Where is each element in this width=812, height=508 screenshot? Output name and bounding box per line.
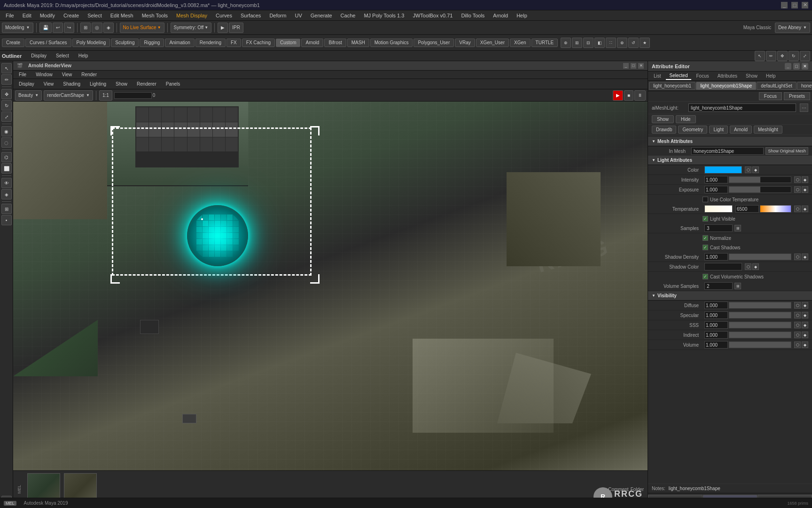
shelf-icon-1[interactable]: ⊕: [561, 38, 571, 48]
select-tool[interactable]: ↖: [1, 63, 12, 73]
shelf-icon-8[interactable]: ★: [640, 38, 650, 48]
soft-mod-tool[interactable]: ◉: [1, 126, 12, 136]
shelf-bifrost-tab[interactable]: Bifrost: [324, 39, 346, 47]
menu-help[interactable]: Help: [513, 12, 531, 19]
sss-connect[interactable]: ⬡: [794, 322, 801, 328]
render-close[interactable]: ✕: [638, 63, 644, 69]
ae-close[interactable]: ✕: [802, 63, 808, 70]
specular-input[interactable]: [704, 311, 728, 319]
shelf-turtle-tab[interactable]: TURTLE: [531, 39, 558, 47]
inmesh-input[interactable]: [691, 147, 764, 155]
graph-tool[interactable]: ◈: [1, 189, 12, 199]
indirect-connect[interactable]: ⬡: [794, 332, 801, 338]
shadow-density-slider[interactable]: [729, 254, 791, 260]
paint-tool[interactable]: ✏: [1, 74, 12, 85]
color-key-icon[interactable]: ◆: [752, 167, 759, 173]
sculpt-tool[interactable]: ◌: [1, 137, 12, 148]
shelf-create-tab[interactable]: Create: [2, 39, 24, 47]
snap-grid-btn[interactable]: ⊞: [80, 23, 91, 33]
attr-content[interactable]: ▼ Mesh Attributes In Mesh Show Original …: [648, 135, 812, 484]
shelf-motion-tab[interactable]: Motion Graphics: [370, 39, 413, 47]
cast-vol-checkbox[interactable]: ✓: [703, 274, 708, 279]
menu-surfaces[interactable]: Surfaces: [237, 12, 265, 19]
sect-tab-arnold[interactable]: Arnold: [730, 126, 752, 134]
cast-shadows-checkbox[interactable]: ✓: [703, 245, 708, 250]
quality-btn[interactable]: 1:1: [99, 90, 112, 101]
menu-curves[interactable]: Curves: [212, 12, 236, 19]
attr-tab-help[interactable]: Help: [762, 72, 780, 79]
node-tab-default-light-set[interactable]: defaultLightSet: [757, 82, 796, 90]
ipr-btn[interactable]: IPR: [229, 23, 243, 33]
shelf-curve-surf-tab[interactable]: Curves / Surfaces: [25, 39, 71, 47]
menu-generate[interactable]: Generate: [307, 12, 336, 19]
attr-tab-list[interactable]: List: [650, 72, 665, 79]
rv-shading[interactable]: Shading: [59, 80, 84, 87]
shelf-vray-tab[interactable]: VRay: [455, 39, 475, 47]
visibility-section[interactable]: ▼ Visibility: [648, 291, 812, 301]
exposure-key[interactable]: ◆: [802, 186, 808, 193]
sect-tab-geometry[interactable]: Geometry: [678, 126, 707, 134]
focus-btn[interactable]: Focus: [759, 92, 782, 100]
shelf-sculpting-tab[interactable]: Sculpting: [111, 39, 139, 47]
tool-rotate[interactable]: ↻: [789, 51, 799, 61]
render-maximize[interactable]: □: [631, 63, 636, 69]
shadow-density-key[interactable]: ◆: [802, 254, 808, 260]
vol-samples-input[interactable]: [704, 282, 733, 290]
tool-paint[interactable]: ✏: [766, 51, 776, 61]
symmetry-btn[interactable]: Symmetry: Off ▼: [171, 23, 212, 33]
shelf-fx-tab[interactable]: FX: [226, 39, 241, 47]
box-select-tool[interactable]: ⬜: [1, 163, 12, 174]
shelf-icon-2[interactable]: ⊞: [572, 38, 582, 48]
rv-show[interactable]: Show: [112, 80, 131, 87]
render-file-menu[interactable]: File: [15, 71, 30, 78]
menu-edit-mesh[interactable]: Edit Mesh: [107, 12, 137, 19]
menu-modify[interactable]: Modify: [36, 12, 59, 19]
menu-arnold[interactable]: Arnold: [489, 12, 512, 19]
shadow-color-key[interactable]: ◆: [752, 263, 759, 270]
shelf-poly-tab[interactable]: Poly Modeling: [72, 39, 110, 47]
attr-tab-selected[interactable]: Selected: [666, 72, 692, 80]
sect-tab-drawdb[interactable]: Drawdb: [652, 126, 676, 134]
scale-tool[interactable]: ⤢: [1, 111, 12, 122]
shadow-density-connect[interactable]: ⬡: [794, 254, 801, 260]
redo-btn[interactable]: ↪: [64, 23, 74, 33]
temp-connect[interactable]: ⬡: [794, 206, 801, 212]
menu-create[interactable]: Create: [60, 12, 83, 19]
indirect-input[interactable]: [704, 331, 728, 339]
outliner-select-menu[interactable]: Select: [52, 52, 73, 59]
lasso-tool[interactable]: ⌬: [1, 152, 12, 162]
menu-file[interactable]: File: [2, 12, 18, 19]
snap-to-grid[interactable]: ⊞: [1, 204, 12, 214]
light-attributes-section[interactable]: ▼ Light Attributes: [648, 156, 812, 165]
snap-to-point[interactable]: •: [1, 215, 12, 225]
hide-btn[interactable]: Hide: [676, 115, 696, 123]
outliner-help-menu[interactable]: Help: [75, 52, 92, 59]
node-tab-light-honeycomb[interactable]: light_honeycomb1: [649, 82, 695, 90]
show-hide-tool[interactable]: 👁: [1, 178, 12, 188]
render-btn[interactable]: ▶: [218, 23, 228, 33]
sss-key[interactable]: ◆: [802, 322, 808, 328]
menu-select[interactable]: Select: [84, 12, 106, 19]
tool-move[interactable]: ✥: [777, 51, 788, 61]
shadow-color-swatch[interactable]: [704, 263, 742, 270]
samples-input[interactable]: [704, 224, 733, 232]
intensity-slider[interactable]: [729, 176, 791, 183]
rotate-tool[interactable]: ↻: [1, 100, 12, 111]
ae-maximize[interactable]: □: [793, 63, 800, 70]
diffuse-input[interactable]: [704, 302, 728, 309]
render-pause-btn[interactable]: ⏸: [634, 90, 646, 101]
temp-slider[interactable]: [760, 205, 791, 213]
shelf-render-tab[interactable]: Rendering: [195, 39, 226, 47]
menu-cache[interactable]: Cache: [337, 12, 359, 19]
vol-samples-icon[interactable]: ⊞: [734, 283, 741, 289]
tool-scale[interactable]: ⤢: [800, 51, 810, 61]
shelf-icon-6[interactable]: ⊕: [617, 38, 627, 48]
menu-jw-tool[interactable]: JWToolBox v0.71: [409, 12, 456, 19]
indirect-slider[interactable]: [729, 332, 791, 338]
rv-panels[interactable]: Panels: [162, 80, 184, 87]
shelf-anim-tab[interactable]: Animation: [165, 39, 194, 47]
shelf-icon-5[interactable]: ∷: [606, 38, 616, 48]
minimize-btn[interactable]: _: [781, 2, 788, 8]
temp-key[interactable]: ◆: [802, 206, 808, 212]
menu-edit[interactable]: Edit: [19, 12, 35, 19]
